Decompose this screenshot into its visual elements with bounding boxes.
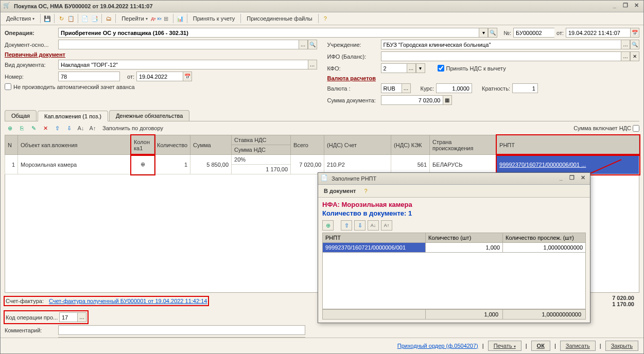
cell-rnpt[interactable]: 99992370/160721/0000006/001 ... [497, 155, 639, 174]
comment-field[interactable] [58, 325, 305, 335]
col-sum[interactable]: Сумма [190, 135, 232, 155]
date-field[interactable] [566, 28, 630, 38]
actions-menu[interactable]: Действия ▾ [3, 14, 38, 23]
report-icon[interactable]: 📊 [176, 14, 184, 23]
popup-up-icon[interactable]: ⇧ [341, 220, 352, 231]
tool-icon-2[interactable]: 📑 [91, 14, 99, 23]
popup-add-icon[interactable]: ⊕ [322, 220, 334, 231]
col-vatrate[interactable]: Ставка НДС [232, 135, 291, 145]
vat-included-checkbox[interactable] [633, 125, 639, 132]
docsum-field[interactable] [381, 95, 443, 105]
ifo-field[interactable] [381, 51, 621, 61]
cell-total[interactable]: 7 020,00 [291, 155, 324, 174]
operation-dropdown[interactable]: ▾ [479, 28, 488, 38]
help-icon[interactable]: ? [321, 14, 329, 23]
tree-icon[interactable]: ⊞ [162, 14, 170, 23]
popup-down-icon[interactable]: ⇩ [354, 220, 365, 231]
sort-asc-icon[interactable]: A↓ [76, 123, 86, 133]
ellipsis-icon[interactable]: … [299, 40, 308, 49]
copy-row-icon[interactable]: ⎘ [16, 123, 27, 133]
search-icon[interactable]: 🔍 [630, 40, 639, 49]
no-auto-checkbox[interactable] [5, 83, 11, 90]
print-button[interactable]: Печать ▾ [488, 341, 521, 351]
number-field[interactable] [513, 28, 554, 38]
col-n[interactable]: N [5, 135, 18, 155]
ellipsis-icon[interactable]: … [407, 63, 416, 73]
search-icon[interactable]: 🔍 [308, 40, 317, 49]
col-vatkek[interactable]: (НДС) КЭК [391, 135, 430, 155]
col-col1[interactable]: Колон ка1 [131, 135, 154, 155]
doc-basis-field[interactable] [58, 40, 299, 49]
col-rnpt[interactable]: РНПТ [497, 135, 639, 155]
executor-field[interactable] [58, 337, 305, 338]
ellipsis-icon[interactable]: … [308, 60, 317, 69]
ellipsis-icon[interactable]: … [621, 40, 630, 49]
col-qty[interactable]: Количество [154, 135, 190, 155]
refresh-icon[interactable]: ↻ [57, 14, 65, 23]
tool-icon-3[interactable]: 🗂 [105, 14, 113, 23]
doctype-field[interactable] [58, 60, 308, 69]
pcell-rnpt[interactable]: 99992370/160721/0000006/001 [323, 243, 426, 253]
col-object[interactable]: Объект кап.вложения [18, 135, 131, 155]
operation-search-icon[interactable]: 🔍 [488, 28, 497, 38]
goto-menu[interactable]: Перейти ▾ [118, 14, 151, 23]
cell-vatacc[interactable]: 210.Р2 [324, 155, 391, 174]
save-button[interactable]: Записать [560, 341, 596, 351]
tab-capital[interactable]: Кап.вложения (1 поз.) [38, 111, 108, 121]
order-link[interactable]: Приходный ордер (ф.0504207) [397, 343, 478, 349]
popup-maximize[interactable]: ❐ [567, 174, 577, 183]
calendar-icon[interactable]: 📅 [183, 72, 192, 81]
tab-general[interactable]: Общая [5, 110, 37, 121]
pcell-qtytrack[interactable]: 1,00000000000 [503, 243, 586, 253]
save-icon[interactable]: 💾 [43, 14, 51, 23]
attached-files-button[interactable]: Присоединенные файлы [243, 14, 315, 23]
close-button[interactable]: ✕ [632, 2, 641, 10]
popup-sort-asc-icon[interactable]: A↓ [368, 220, 379, 231]
cell-vatsum[interactable]: 1 170,00 [232, 165, 291, 174]
cell-col1[interactable]: ⊕ [131, 155, 154, 174]
cell-vatrate[interactable]: 20% [232, 155, 291, 165]
institution-field[interactable] [381, 40, 621, 49]
operation-select[interactable] [58, 28, 479, 38]
docdate-field[interactable] [136, 72, 183, 81]
maximize-button[interactable]: ❐ [621, 2, 630, 10]
edit-row-icon[interactable]: ✎ [28, 123, 39, 133]
docnum-field[interactable] [58, 72, 120, 81]
invoice-link[interactable]: Счет-фактура полученный БУ000001 от 19.0… [49, 298, 207, 304]
clear-icon[interactable]: ✕ [630, 51, 639, 61]
cell-n[interactable]: 1 [5, 155, 18, 174]
help-icon[interactable]: ? [361, 187, 370, 195]
calc-icon[interactable]: ▦ [443, 95, 452, 105]
cell-vatkek[interactable]: 561 [391, 155, 430, 174]
pcol-rnpt[interactable]: РНПТ [323, 233, 426, 243]
calendar-icon[interactable]: 📅 [630, 28, 639, 38]
delete-row-icon[interactable]: ✕ [40, 123, 50, 133]
pcell-qty[interactable]: 1,000 [426, 243, 503, 253]
tab-obligations[interactable]: Денежные обязательства [109, 110, 189, 121]
vat-deduct-checkbox[interactable] [438, 65, 444, 72]
opcode-field[interactable] [59, 312, 77, 322]
ellipsis-icon[interactable]: … [621, 51, 630, 61]
ok-button[interactable]: ОК [531, 341, 550, 351]
col-total[interactable]: Всего [291, 135, 324, 155]
chevron-down-icon[interactable]: ▾ [416, 63, 425, 73]
col-country[interactable]: Страна происхождения [430, 135, 497, 155]
tool-icon-1[interactable]: 📄 [81, 14, 89, 23]
move-up-icon[interactable]: ⇧ [52, 123, 62, 133]
ellipsis-icon[interactable]: … [402, 83, 411, 93]
kfo-field[interactable] [381, 63, 407, 73]
popup-to-doc-button[interactable]: В документ [321, 186, 359, 196]
fill-by-contract[interactable]: Заполнить по договору [99, 123, 166, 133]
accept-button[interactable]: Принять к учету [190, 14, 238, 23]
dtkt-icon[interactable]: ДтКт [152, 14, 161, 23]
copy-icon[interactable]: 📋 [67, 14, 75, 23]
cell-sum[interactable]: 5 850,00 [190, 155, 232, 174]
currency-field[interactable] [381, 83, 402, 93]
sort-desc-icon[interactable]: A↑ [88, 123, 98, 133]
pcol-qtytrack[interactable]: Количество прослеж. (шт) [503, 233, 586, 243]
move-down-icon[interactable]: ⇩ [64, 123, 74, 133]
minimize-button[interactable]: _ [610, 2, 619, 10]
popup-close[interactable]: ✕ [578, 174, 587, 183]
cell-country[interactable]: БЕЛАРУСЬ [430, 155, 497, 174]
close-button[interactable]: Закрыть [605, 341, 638, 351]
